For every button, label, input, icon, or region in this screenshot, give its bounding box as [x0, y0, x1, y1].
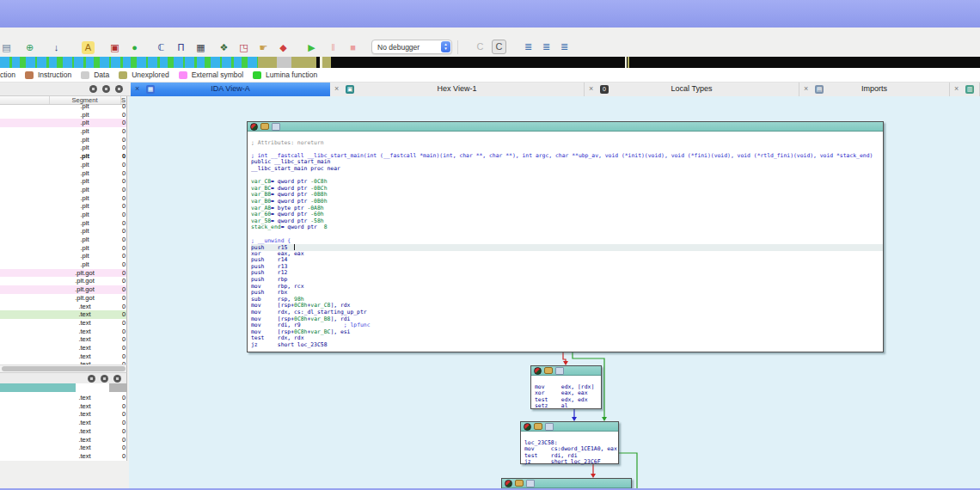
segment-row[interactable]: .text0 — [0, 436, 127, 444]
asm-line[interactable]: var_BC= dword ptr -0BCh — [251, 186, 883, 193]
node-libc-start-main[interactable]: ; Attributes: noreturn ; int __fastcall … — [247, 121, 884, 352]
segment-row[interactable]: .plt0 — [0, 211, 127, 219]
segment-row[interactable]: .plt0 — [0, 127, 127, 136]
segment-row[interactable]: .plt.got0 — [0, 285, 127, 294]
navigation-band[interactable] — [0, 57, 980, 68]
tab-stub[interactable]: ×▥ — [950, 83, 980, 96]
navband-segment[interactable] — [331, 57, 980, 68]
graph-overview-header[interactable] — [0, 372, 127, 383]
window-titlebar[interactable] — [0, 0, 980, 28]
tab-ida-view-a[interactable]: ×▦IDA View-A — [131, 83, 330, 96]
asm-line[interactable]: mov rbp, rcx — [251, 284, 883, 291]
node-title-bar[interactable] — [531, 366, 601, 376]
segment-row[interactable]: .text0 — [0, 352, 127, 361]
rename-icon[interactable]: A — [82, 41, 95, 54]
asm-line[interactable]: var_B0= qword ptr -0B0h — [251, 199, 883, 205]
asm-line[interactable]: mov [rsp+0C8h+var_BC], esi — [251, 329, 883, 336]
minimap-segment[interactable] — [109, 383, 127, 392]
segment-row[interactable]: .text0 — [0, 427, 127, 436]
node-title-bar[interactable] — [248, 122, 883, 132]
segment-row[interactable]: .text0 — [0, 394, 127, 402]
stop-process-icon[interactable]: ■ — [346, 41, 359, 54]
asm-line[interactable]: ; Attributes: noreturn — [251, 140, 883, 147]
columns-icon[interactable]: Π — [175, 41, 187, 54]
segment-row[interactable]: .plt0 — [0, 252, 127, 260]
node-partial-bottom[interactable] — [501, 478, 632, 488]
node-deref-check[interactable]: mov edx, [rdx]xor eax, eaxtest edx, edxs… — [530, 365, 602, 409]
asm-line[interactable]: var_58= qword ptr -58h — [251, 218, 883, 225]
node-color-icon[interactable] — [505, 480, 512, 487]
asm-line[interactable]: test rdx, rdx — [251, 335, 883, 342]
asm-line[interactable] — [251, 231, 883, 238]
asm-line[interactable]: push r15 — [251, 244, 883, 251]
pane-maximize-button[interactable] — [102, 85, 110, 93]
start-process-icon[interactable]: ▶ — [305, 41, 318, 54]
navband-segment[interactable] — [628, 57, 629, 68]
node-group-icon[interactable] — [515, 480, 524, 487]
segments-horizontal-scrollbar[interactable] — [0, 364, 127, 372]
segment-row[interactable]: .text0 — [0, 402, 127, 411]
navband-segment[interactable] — [0, 57, 258, 68]
tab-close-icon[interactable]: × — [954, 84, 959, 94]
segment-row[interactable]: .plt0 — [0, 244, 127, 253]
segment-row[interactable]: .plt0 — [0, 161, 127, 169]
segment-row[interactable]: .text0 — [0, 310, 127, 319]
asm-line[interactable]: var_C8= qword ptr -0C8h — [251, 179, 883, 186]
lumina-icon[interactable]: ☛ — [257, 41, 270, 54]
node-title-bar[interactable] — [521, 422, 618, 432]
segment-row[interactable]: .text0 — [0, 303, 127, 311]
debugger-selector[interactable]: No debugger ▲▼ — [371, 40, 452, 54]
graph-view[interactable]: ; Attributes: noreturn ; int __fastcall … — [129, 96, 980, 488]
node-color-icon[interactable] — [534, 367, 542, 375]
asm-line[interactable]: var_B8= qword ptr -0B8h — [251, 192, 883, 199]
asm-line[interactable]: setz al — [535, 403, 601, 410]
asm-line[interactable]: push r14 — [251, 257, 883, 264]
asm-line[interactable]: push r12 — [251, 270, 883, 277]
pane-maximize-button[interactable] — [101, 375, 108, 383]
asm-line[interactable]: var_A8= byte ptr -0A8h — [251, 205, 883, 212]
segment-row[interactable]: .plt0 — [0, 119, 127, 127]
windows-icon[interactable]: ❖ — [217, 41, 230, 54]
segment-row[interactable]: .text0 — [0, 410, 127, 419]
snapshot-icon[interactable]: ⊕ — [23, 41, 36, 54]
navband-segment[interactable] — [291, 57, 316, 68]
breakpoint-list-icon[interactable]: ▣ — [108, 41, 121, 54]
tab-hex-view-1[interactable]: ×▣Hex View-1 — [330, 83, 585, 96]
segment-row[interactable]: .plt0 — [0, 177, 127, 186]
segment-row[interactable]: .plt0 — [0, 152, 127, 161]
segment-row[interactable]: .plt.got0 — [0, 269, 127, 278]
tab-local-types[interactable]: ×0Local Types — [585, 83, 799, 96]
asm-line[interactable]: push rbx — [251, 290, 883, 297]
node-edit-icon[interactable] — [545, 423, 554, 431]
calls-icon[interactable]: ℂ — [155, 41, 168, 54]
asm-line[interactable]: jz short loc_23C58 — [251, 342, 883, 349]
navband-segment[interactable] — [258, 57, 277, 68]
segment-row[interactable]: .plt0 — [0, 194, 127, 203]
segment-row[interactable]: .plt0 — [0, 260, 127, 269]
node-group-icon[interactable] — [534, 423, 542, 430]
pane-minimize-button[interactable] — [89, 85, 97, 93]
navband-segment[interactable] — [625, 57, 627, 68]
segment-row[interactable]: .plt0 — [0, 202, 127, 211]
navband-segment[interactable] — [322, 57, 331, 68]
pause-process-icon[interactable]: ‖ — [327, 41, 340, 54]
pane-close-button[interactable] — [113, 375, 121, 383]
node-title-bar[interactable] — [502, 479, 631, 488]
graph-overview-minimap[interactable] — [0, 383, 127, 392]
node-edit-icon[interactable] — [272, 123, 280, 131]
node-loc-23C58[interactable]: loc_23C58:mov cs:dword_1CE1A0, eaxtest r… — [520, 421, 619, 464]
chunks-icon[interactable]: ▦ — [194, 41, 207, 54]
segment-row[interactable]: .plt0 — [0, 186, 127, 194]
node-group-icon[interactable] — [260, 123, 269, 130]
asm-line[interactable]: var_60= qword ptr -60h — [251, 211, 883, 218]
scrollbar-thumb[interactable] — [2, 366, 126, 371]
segment-row[interactable]: .plt.got0 — [0, 294, 127, 303]
node-edit-icon[interactable] — [526, 480, 535, 487]
list-icon[interactable]: ≣ — [522, 40, 535, 53]
segment-row[interactable]: .text0 — [0, 319, 127, 328]
jump-icon[interactable]: ↓ — [50, 41, 63, 54]
segment-row[interactable]: .text0 — [0, 444, 127, 452]
segment-row[interactable]: .text0 — [0, 452, 127, 461]
diamond-icon[interactable]: ◆ — [277, 41, 290, 54]
segment-row[interactable]: .plt0 — [0, 219, 127, 228]
